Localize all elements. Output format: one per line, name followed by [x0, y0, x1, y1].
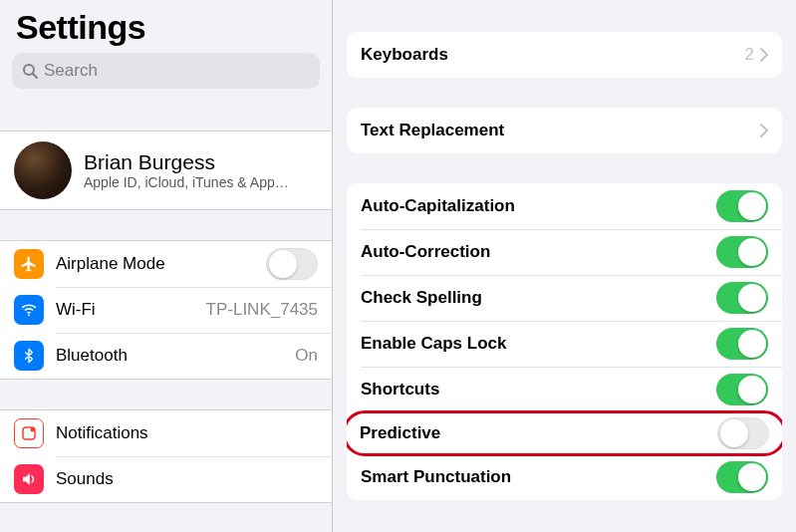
more-group: Notifications Sounds: [0, 409, 332, 503]
keyboards-label: Keyboards: [361, 45, 745, 65]
text-replacement-group: Text Replacement: [347, 108, 782, 153]
keyboard-toggles-group: Auto-Capitalization Auto-Correction Chec…: [347, 183, 782, 500]
wifi-label: Wi-Fi: [56, 300, 206, 320]
keyboards-count: 2: [745, 45, 754, 65]
shortcuts-toggle[interactable]: [716, 374, 768, 405]
profile-name: Brian Burgess: [84, 150, 289, 174]
page-title: Settings: [0, 0, 332, 53]
wifi-icon: [14, 295, 44, 325]
airplane-icon: [14, 249, 44, 279]
wifi-row[interactable]: Wi-Fi TP-LINK_7435: [0, 287, 332, 333]
predictive-label: Predictive: [360, 423, 717, 443]
chevron-right-icon: [760, 48, 768, 62]
notifications-label: Notifications: [56, 423, 318, 443]
profile-group: Brian Burgess Apple ID, iCloud, iTunes &…: [0, 131, 332, 210]
profile-subtitle: Apple ID, iCloud, iTunes & App…: [84, 174, 289, 190]
network-group: Airplane Mode Wi-Fi TP-LINK_7435 Bluetoo…: [0, 240, 332, 380]
airplane-mode-row[interactable]: Airplane Mode: [0, 241, 332, 287]
check-spelling-toggle[interactable]: [716, 282, 768, 314]
auto-capitalization-label: Auto-Capitalization: [361, 196, 716, 216]
airplane-toggle[interactable]: [266, 248, 318, 280]
auto-capitalization-row[interactable]: Auto-Capitalization: [347, 183, 782, 229]
auto-correction-label: Auto-Correction: [361, 242, 716, 262]
smart-punctuation-toggle[interactable]: [716, 461, 768, 493]
notifications-icon: [14, 418, 44, 448]
wifi-value: TP-LINK_7435: [206, 300, 318, 320]
search-icon: [22, 63, 38, 79]
check-spelling-label: Check Spelling: [361, 288, 716, 308]
text-replacement-row[interactable]: Text Replacement: [347, 108, 782, 153]
svg-line-1: [33, 74, 37, 78]
smart-punctuation-row[interactable]: Smart Punctuation: [347, 454, 782, 500]
sounds-row[interactable]: Sounds: [0, 456, 332, 502]
airplane-label: Airplane Mode: [56, 254, 266, 274]
predictive-row[interactable]: Predictive: [347, 410, 782, 456]
bluetooth-label: Bluetooth: [56, 346, 295, 366]
sounds-icon: [14, 464, 44, 494]
enable-caps-lock-row[interactable]: Enable Caps Lock: [347, 321, 782, 367]
keyboards-group: Keyboards 2: [347, 32, 782, 78]
svg-point-4: [31, 427, 36, 432]
search-wrap: [0, 53, 332, 101]
keyboards-row[interactable]: Keyboards 2: [347, 32, 782, 78]
notifications-row[interactable]: Notifications: [0, 410, 332, 456]
auto-capitalization-toggle[interactable]: [716, 190, 768, 222]
keyboard-settings-detail: Keyboards 2 Text Replacement Auto-Capita…: [333, 0, 796, 532]
bluetooth-row[interactable]: Bluetooth On: [0, 333, 332, 379]
svg-point-2: [28, 314, 30, 316]
avatar: [14, 141, 72, 199]
sounds-label: Sounds: [56, 469, 318, 489]
auto-correction-row[interactable]: Auto-Correction: [347, 229, 782, 275]
enable-caps-lock-label: Enable Caps Lock: [361, 334, 716, 354]
shortcuts-row[interactable]: Shortcuts: [347, 367, 782, 412]
apple-id-row[interactable]: Brian Burgess Apple ID, iCloud, iTunes &…: [0, 132, 332, 209]
search-input[interactable]: [44, 61, 310, 81]
chevron-right-icon: [760, 124, 768, 137]
settings-sidebar: Settings Brian Burgess Apple ID, iCloud,…: [0, 0, 333, 532]
predictive-toggle[interactable]: [717, 417, 769, 449]
bluetooth-value: On: [295, 346, 318, 366]
search-field[interactable]: [12, 53, 320, 89]
enable-caps-lock-toggle[interactable]: [716, 328, 768, 360]
text-replacement-label: Text Replacement: [361, 121, 760, 140]
bluetooth-icon: [14, 341, 44, 371]
check-spelling-row[interactable]: Check Spelling: [347, 275, 782, 321]
shortcuts-label: Shortcuts: [361, 380, 716, 399]
smart-punctuation-label: Smart Punctuation: [361, 467, 716, 487]
auto-correction-toggle[interactable]: [716, 236, 768, 268]
